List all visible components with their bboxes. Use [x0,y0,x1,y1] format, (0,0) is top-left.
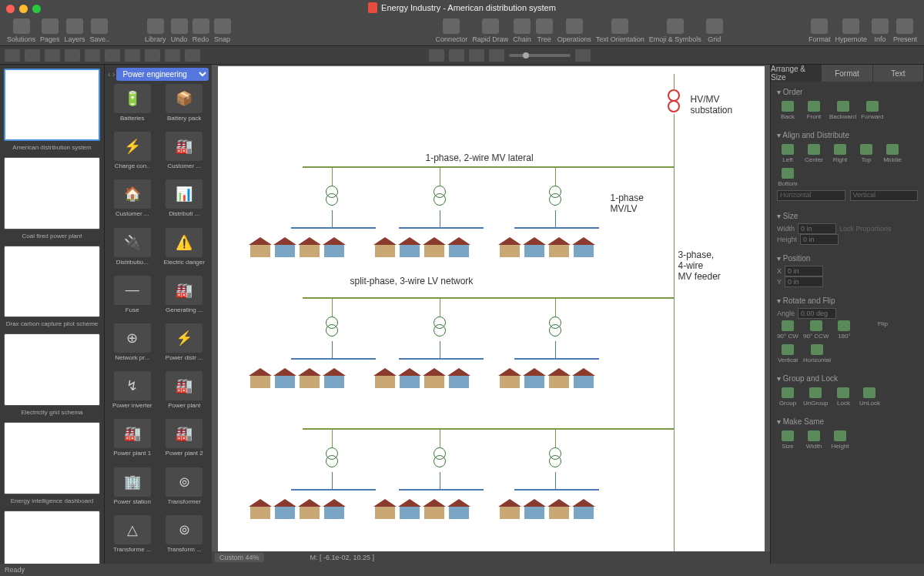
library-item[interactable]: 🏭Power plant 2 [160,419,209,464]
mv-symbol-icon[interactable] [668,100,680,112]
library-item[interactable]: 📦Battery pack [160,84,209,129]
insp-backward-button[interactable]: Backward [829,101,856,120]
house-icon[interactable] [373,499,397,519]
tool-library[interactable]: Library [145,18,166,43]
tool-text-orientation[interactable]: Text Orientation [596,18,644,43]
house-icon[interactable] [323,499,346,519]
house-icon[interactable] [398,499,421,519]
house-icon[interactable] [398,368,421,388]
width-input[interactable] [798,223,836,234]
house-icon[interactable] [373,237,397,257]
rotate-180-[interactable]: 180° [833,320,855,340]
height-input[interactable] [800,234,839,245]
zoom-100-icon[interactable] [575,49,591,62]
house-icon[interactable] [547,368,571,388]
page-thumbnail[interactable] [4,333,100,406]
flip-vertical[interactable]: Vertical [777,344,798,363]
crop-tool-icon[interactable] [185,49,200,62]
library-item[interactable]: 🔌Distributio... [108,228,157,273]
tool-save-[interactable]: Save.. [90,18,110,43]
library-item[interactable]: ⚡Power distr ... [160,323,209,368]
fullscreen-window-icon[interactable] [32,5,41,13]
tool-snap[interactable]: Snap [214,18,231,43]
eraser-tool-icon[interactable] [165,49,180,62]
library-item[interactable]: 🔋Batteries [108,84,157,129]
angle-input[interactable] [798,308,836,319]
house-icon[interactable] [547,499,571,519]
insp-left-button[interactable]: Left [777,144,798,163]
insp-back-button[interactable]: Back [777,101,798,120]
house-icon[interactable] [423,499,446,519]
insp-unlock-button[interactable]: UnLock [859,387,880,407]
transformer-icon[interactable] [326,447,338,472]
tab-arrange[interactable]: Arrange & Size [771,65,822,82]
library-item[interactable]: —Fuse [108,276,157,320]
house-icon[interactable] [249,499,272,519]
house-icon[interactable] [298,237,321,257]
font-tool-icon[interactable] [45,49,60,62]
house-icon[interactable] [523,237,546,257]
insp-center-button[interactable]: Center [803,144,825,163]
zoom-tool-icon[interactable] [429,49,444,62]
page-thumbnail[interactable] [4,511,100,564]
library-item[interactable]: 🏭Power plant [160,371,209,416]
pen-tool-icon[interactable] [105,49,120,62]
library-item[interactable]: ⊚Transform ... [160,515,209,560]
library-item[interactable]: 🏭Power plant 1 [108,419,157,464]
tab-format[interactable]: Format [822,65,872,82]
tool-format[interactable]: Format [808,18,831,43]
insp-middle-button[interactable]: Middle [882,144,903,163]
page-thumbnail[interactable] [4,69,100,141]
transformer-icon[interactable] [326,316,338,341]
shape-tool-icon[interactable] [65,49,80,62]
canvas[interactable]: HV/MV substation 3-phase, 4-wire MV feed… [218,66,765,551]
library-item[interactable]: ⚠️Electric danger [160,228,209,273]
rotate-90-ccw[interactable]: 90° CCW [803,320,829,340]
x-input[interactable] [785,266,823,276]
house-icon[interactable] [298,499,321,519]
insp-width-button[interactable]: Width [803,430,825,450]
transformer-icon[interactable] [549,316,561,341]
insp-top-button[interactable]: Top [855,144,877,163]
tool-hypernote[interactable]: Hypernote [835,18,867,43]
house-icon[interactable] [423,237,446,257]
house-icon[interactable] [498,368,521,388]
transformer-icon[interactable] [326,186,338,210]
insp-height-button[interactable]: Height [829,430,851,450]
tool-undo[interactable]: Undo [171,18,188,43]
page-thumbnail[interactable] [4,157,100,229]
tool-emoji-symbols[interactable]: Emoji & Symbols [649,18,701,43]
fit-icon[interactable] [489,49,504,62]
zoom-slider[interactable] [509,54,571,57]
tool-present[interactable]: Present [893,18,917,43]
rotate-90-cw[interactable]: 90° CW [777,320,798,340]
house-icon[interactable] [447,237,470,257]
house-icon[interactable] [249,368,272,388]
house-icon[interactable] [547,237,571,257]
house-icon[interactable] [398,237,421,257]
library-item[interactable]: 📊Distributi ... [160,179,209,224]
tool-grid[interactable]: Grid [706,18,723,43]
tool-tree[interactable]: Tree [536,18,553,43]
tool-layers[interactable]: Layers [65,18,85,43]
house-icon[interactable] [447,499,470,519]
transformer-icon[interactable] [549,447,561,472]
insp-front-button[interactable]: Front [803,101,825,120]
insp-bottom-button[interactable]: Bottom [777,168,798,187]
insp-lock-button[interactable]: Lock [832,387,854,407]
house-icon[interactable] [423,368,446,388]
house-icon[interactable] [572,368,595,388]
distribute-v[interactable]: Vertical [850,190,919,201]
zoom-in-icon[interactable] [449,49,464,62]
house-icon[interactable] [323,368,346,388]
tool-rapid-draw[interactable]: Rapid Draw [472,18,508,43]
pointer-tool-icon[interactable] [5,49,20,62]
tool-info[interactable]: Info [872,18,889,43]
house-icon[interactable] [572,237,595,257]
library-item[interactable]: ⊕Network pr... [108,323,157,368]
transformer-icon[interactable] [549,186,561,210]
transformer-icon[interactable] [434,316,446,341]
tool-chain[interactable]: Chain [513,18,531,43]
y-input[interactable] [785,276,823,287]
pencil-tool-icon[interactable] [125,49,140,62]
